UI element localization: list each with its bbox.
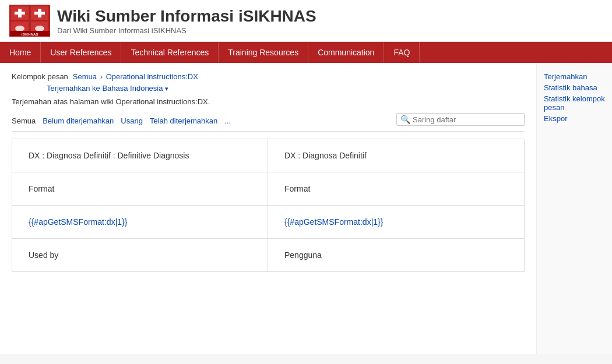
dropdown-arrow-icon: ▾ <box>165 85 168 92</box>
cell-sms-source: {{#apGetSMSFormat:dx|1}} <box>12 206 268 238</box>
tab-more[interactable]: ... <box>224 115 235 126</box>
cell-usedby-target: Pengguna <box>268 239 524 271</box>
table-row: Used by Pengguna <box>12 239 524 271</box>
logo-text: Wiki Sumber Informasi iSIKHNAS Dari Wiki… <box>57 6 316 35</box>
search-icon: 🔍 <box>400 115 410 124</box>
cell-sms-target: {{#apGetSMSFormat:dx|1}} <box>268 206 524 238</box>
search-input[interactable] <box>413 115 520 124</box>
cell-format-source: Format <box>12 172 268 205</box>
tab-translated[interactable]: Telah diterjemahkan <box>150 115 222 126</box>
site-subtitle: Dari Wiki Sumber Informasi iSIKHNAS <box>57 26 316 35</box>
cell-format-target: Format <box>268 172 524 205</box>
svg-rect-8 <box>34 12 45 15</box>
table-row: Format Format <box>12 172 524 206</box>
tab-all[interactable]: Semua <box>12 115 40 126</box>
translate-link[interactable]: Terjemahkan ke Bahasa Indonesia ▾ <box>47 84 168 93</box>
site-header: iSIKHNAS Wiki Sumber Informasi iSIKHNAS … <box>0 0 612 42</box>
table-row: {{#apGetSMSFormat:dx|1}} {{#apGetSMSForm… <box>12 206 524 239</box>
svg-point-9 <box>15 26 24 31</box>
logo-box: iSIKHNAS Wiki Sumber Informasi iSIKHNAS … <box>9 5 316 37</box>
nav-training-resources[interactable]: Training Resources <box>219 42 308 63</box>
sidebar-statistik-kelompok[interactable]: Statistik kelompok pesan <box>544 94 605 112</box>
tab-not-translated[interactable]: Belum diterjemahkan <box>43 115 118 126</box>
main-nav: Home User References Technical Reference… <box>0 42 612 63</box>
main-area: Kelompok pesan Semua › Operational instr… <box>0 63 536 354</box>
nav-technical-references[interactable]: Technical References <box>121 42 219 63</box>
tab-outdated[interactable]: Usang <box>121 115 147 126</box>
translate-row: Terjemahkan ke Bahasa Indonesia ▾ <box>47 83 525 93</box>
nav-home[interactable]: Home <box>0 42 41 63</box>
sidebar-statistik-bahasa[interactable]: Statistik bahasa <box>544 83 605 92</box>
nav-communication[interactable]: Communication <box>308 42 384 63</box>
nav-user-references[interactable]: User References <box>41 42 121 63</box>
content-wrapper: Kelompok pesan Semua › Operational instr… <box>0 63 612 354</box>
filter-tabs: Semua Belum diterjemahkan Usang Telah di… <box>12 115 525 132</box>
breadcrumb-label: Kelompok pesan <box>12 72 68 81</box>
table-row: DX : Diagnosa Definitif : Definitive Dia… <box>12 139 524 172</box>
site-title: Wiki Sumber Informasi iSIKHNAS <box>57 6 316 26</box>
breadcrumb-links: Semua › Operational instructions:DX <box>73 72 198 81</box>
svg-text:iSIKHNAS: iSIKHNAS <box>22 33 38 36</box>
nav-faq[interactable]: FAQ <box>384 42 420 63</box>
cell-usedby-source: Used by <box>12 239 268 271</box>
breadcrumb-all[interactable]: Semua <box>73 72 97 81</box>
breadcrumb-row: Kelompok pesan Semua › Operational instr… <box>12 72 525 81</box>
description-text: Terjemahan atas halaman wiki Operational… <box>12 97 525 106</box>
breadcrumb-page[interactable]: Operational instructions:DX <box>106 72 198 81</box>
cell-dx-source: DX : Diagnosa Definitif : Definitive Dia… <box>12 139 268 172</box>
search-box: 🔍 <box>396 113 525 126</box>
right-sidebar: Terjemahkan Statistik bahasa Statistik k… <box>536 63 612 354</box>
svg-point-10 <box>35 26 44 31</box>
translation-table: DX : Diagnosa Definitif : Definitive Dia… <box>12 139 525 272</box>
sidebar-terjemahkan[interactable]: Terjemahkan <box>544 72 605 81</box>
sidebar-ekspor[interactable]: Ekspor <box>544 114 605 123</box>
logo-icon: iSIKHNAS <box>9 5 50 37</box>
svg-rect-6 <box>15 12 25 15</box>
cell-dx-target: DX : Diagnosa Definitif <box>268 139 524 172</box>
